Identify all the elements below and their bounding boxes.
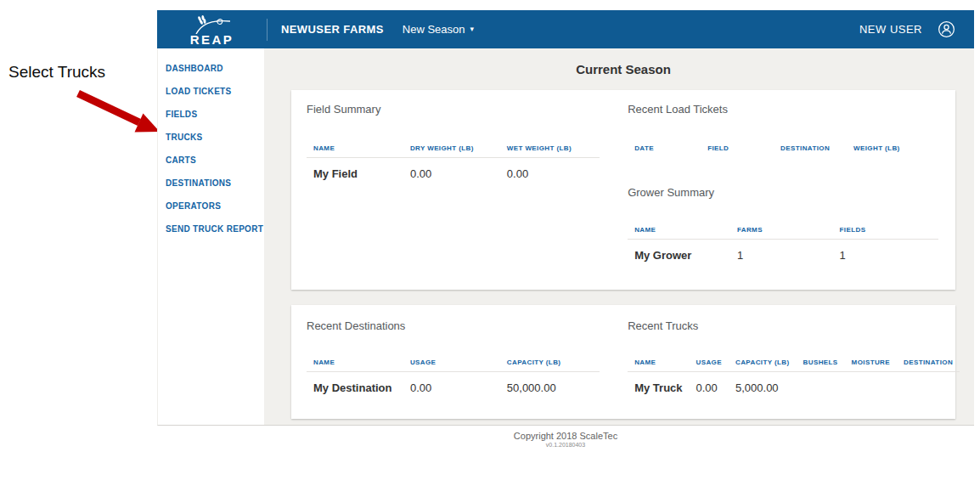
sidebar-item-fields[interactable]: FIELDS [166,110,264,119]
col-header: CAPACITY (LB) [500,353,600,372]
cell-name: My Grower [628,240,730,269]
sidebar-item-destinations[interactable]: DESTINATIONS [166,178,264,188]
table-header-row: DATE FIELD DESTINATION WEIGHT (LB) [628,139,938,157]
app-body: DASHBOARD LOAD TICKETS FIELDS TRUCKS CAR… [157,48,974,426]
col-header: MOISTURE [845,353,897,372]
table-header-row: NAME FARMS FIELDS [628,221,938,240]
col-header: FIELDS [833,221,938,240]
table-row[interactable]: My Destination 0.00 50,000.00 [307,372,600,402]
recent-trucks-table: NAME USAGE CAPACITY (LB) BUSHELS MOISTUR… [628,353,960,401]
table-row[interactable]: My Field 0.00 0.00 [307,158,600,188]
col-header: NAME [628,221,730,240]
sidebar-item-trucks[interactable]: TRUCKS [166,133,264,142]
table-row[interactable]: My Truck 0.00 5,000.00 [628,372,960,402]
col-header: FARMS [730,221,833,240]
cell-value: 50,000.00 [500,372,600,402]
col-header: WET WEIGHT (LB) [500,139,600,158]
version-text: v0.1.20180403 [157,442,974,448]
load-tickets-grower-section: Recent Load Tickets DATE FIELD DESTINATI… [617,103,955,290]
field-summary-title: Field Summary [307,103,617,116]
recent-trucks-section: Recent Trucks NAME USAGE CAPACITY (LB) B… [617,319,955,419]
table-header-row: NAME USAGE CAPACITY (LB) [307,353,600,372]
col-header: DESTINATION [897,353,960,372]
recent-destinations-section: Recent Destinations NAME USAGE CAPACITY … [291,319,617,419]
sidebar-nav: DASHBOARD LOAD TICKETS FIELDS TRUCKS CAR… [158,48,264,425]
cell-value: 1 [833,240,938,269]
annotation-arrow [73,87,166,141]
col-header: DRY WEIGHT (LB) [403,139,500,158]
cell-value: 0.00 [403,372,500,402]
col-header: USAGE [690,353,729,372]
brand-name: REAP [190,32,234,47]
summary-card-bottom: Recent Destinations NAME USAGE CAPACITY … [291,305,955,419]
app-footer: Copyright 2018 ScaleTec v0.1.20180403 [157,426,974,448]
col-header: DATE [628,139,701,157]
cell-value: 1 [730,240,833,269]
col-header: FIELD [701,139,774,157]
recent-destinations-title: Recent Destinations [307,319,617,332]
table-row[interactable]: My Grower 1 1 [628,240,938,269]
sidebar-item-dashboard[interactable]: DASHBOARD [166,64,264,73]
caret-down-icon: ▾ [470,25,474,33]
table-header-row: NAME DRY WEIGHT (LB) WET WEIGHT (LB) [307,139,600,158]
sidebar-item-carts[interactable]: CARTS [166,155,264,165]
top-navbar: REAP NEWUSER FARMS New Season ▾ NEW USER [157,10,974,48]
recent-destinations-table: NAME USAGE CAPACITY (LB) My Destination … [307,353,600,401]
grower-summary-table: NAME FARMS FIELDS My Grower 1 1 [628,221,938,268]
season-dropdown-label: New Season [403,23,465,36]
cell-name: My Destination [307,372,403,402]
recent-load-tickets-table: DATE FIELD DESTINATION WEIGHT (LB) [628,139,938,157]
reap-app-window: REAP NEWUSER FARMS New Season ▾ NEW USER… [157,10,974,448]
grower-summary-title: Grower Summary [628,186,955,199]
recent-load-tickets-title: Recent Load Tickets [628,103,955,116]
cell-name: My Truck [628,372,689,402]
user-circle-icon[interactable] [938,20,955,38]
field-summary-section: Field Summary NAME DRY WEIGHT (LB) WET W… [291,103,617,290]
user-menu[interactable]: NEW USER [859,23,922,36]
annotation-select-trucks-label: Select Trucks [8,63,105,82]
summary-card-top: Field Summary NAME DRY WEIGHT (LB) WET W… [291,90,955,290]
cell-value: 0.00 [500,158,600,188]
col-header: NAME [307,139,403,158]
sidebar-item-operators[interactable]: OPERATORS [166,201,264,211]
cell-value: 0.00 [690,372,729,402]
field-summary-table: NAME DRY WEIGHT (LB) WET WEIGHT (LB) My … [307,139,600,187]
sidebar-item-load-tickets[interactable]: LOAD TICKETS [166,87,264,96]
col-header: NAME [307,353,403,372]
copyright-text: Copyright 2018 ScaleTec [157,431,974,441]
main-content: Current Season Field Summary NAME DRY WE… [264,48,974,425]
navbar-right: NEW USER [859,20,955,38]
col-header: DESTINATION [774,139,847,157]
cell-value [845,372,897,402]
page-title: Current Season [291,62,955,76]
col-header: NAME [628,353,689,372]
cell-value: 5,000.00 [729,372,797,402]
farm-name-link[interactable]: NEWUSER FARMS [281,23,384,36]
recent-trucks-title: Recent Trucks [628,319,955,332]
cell-value [797,372,845,402]
cell-name: My Field [307,158,403,188]
col-header: USAGE [403,353,500,372]
cell-value: 0.00 [403,158,500,188]
sidebar-item-send-truck-report[interactable]: SEND TRUCK REPORT [166,224,264,234]
col-header: BUSHELS [797,353,845,372]
cell-value [897,372,960,402]
brand-logo[interactable]: REAP [157,13,267,47]
col-header: CAPACITY (LB) [729,353,797,372]
col-header: WEIGHT (LB) [847,139,938,157]
navbar-divider [267,19,268,41]
table-header-row: NAME USAGE CAPACITY (LB) BUSHELS MOISTUR… [628,353,960,372]
season-dropdown[interactable]: New Season ▾ [403,23,474,36]
